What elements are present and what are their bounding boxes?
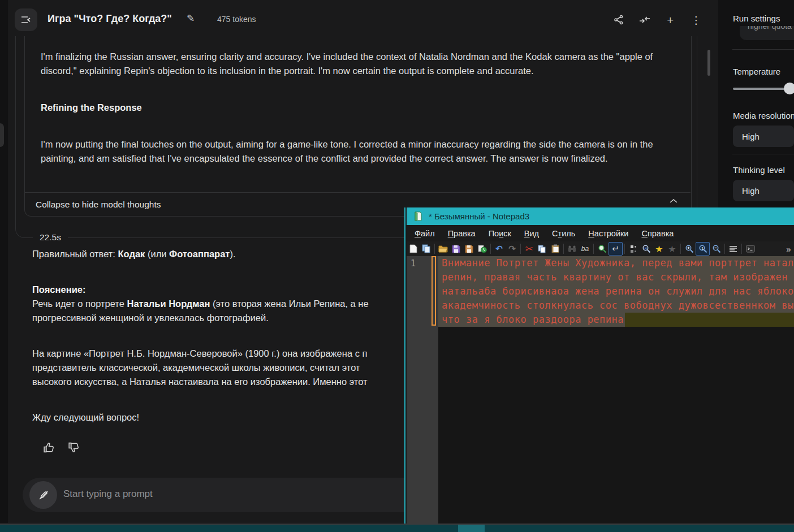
cut-icon[interactable]: ✂ bbox=[523, 243, 536, 255]
taskbar-active-segment[interactable] bbox=[458, 525, 485, 532]
header: Игра "Что? Где? Когда?" ✎ 475 tokens ＋ ⋮ bbox=[0, 0, 794, 40]
editor-line: академчиность столкнулась сос вободнух д… bbox=[438, 299, 794, 313]
modified-line-marker bbox=[431, 256, 436, 326]
chevron-up-icon[interactable] bbox=[669, 198, 678, 205]
thought-paragraph: I'm finalizing the Russian answer, ensur… bbox=[41, 50, 680, 78]
prompt-placeholder: Start typing a prompt bbox=[63, 488, 153, 500]
thoughts-text: I'm finalizing the Russian answer, ensur… bbox=[41, 50, 680, 180]
recent-files-icon[interactable] bbox=[476, 243, 489, 255]
editor-line: что за я блоко раздоора репина bbox=[438, 313, 794, 327]
menu-item[interactable]: Поиск bbox=[489, 229, 511, 238]
share-icon[interactable] bbox=[613, 14, 624, 25]
new-window-icon[interactable] bbox=[420, 243, 433, 255]
thinking-level-dropdown[interactable]: High bbox=[733, 180, 794, 201]
selection-tail bbox=[625, 313, 794, 327]
token-count: 475 tokens bbox=[217, 15, 256, 24]
mark-all-icon[interactable]: ✳ bbox=[640, 243, 653, 255]
add-icon[interactable]: ＋ bbox=[664, 14, 676, 25]
find-in-doc-icon[interactable] bbox=[596, 243, 609, 255]
zoom-out-icon[interactable] bbox=[710, 243, 723, 255]
copy-icon[interactable] bbox=[536, 243, 549, 255]
editor-text[interactable]: Внимание Потртет Жены Художника, перед в… bbox=[438, 256, 794, 327]
temperature-slider-thumb[interactable] bbox=[784, 83, 794, 94]
svg-text:✳: ✳ bbox=[644, 246, 648, 251]
occurrence-marks-icon[interactable] bbox=[627, 243, 640, 255]
console-icon[interactable] bbox=[744, 243, 757, 255]
collapse-panel-button[interactable] bbox=[15, 8, 37, 31]
more-menu-icon[interactable]: ⋮ bbox=[691, 14, 702, 25]
thought-paragraph: I'm now putting the final touches on the… bbox=[41, 137, 680, 166]
thumbs-up-icon[interactable] bbox=[42, 441, 56, 455]
scrollbar-thumb[interactable] bbox=[707, 50, 710, 76]
save-as-icon[interactable] bbox=[463, 243, 476, 255]
collapse-panel-icon bbox=[21, 16, 31, 24]
notepad3-window[interactable]: * Безымянный - Notepad3 ФайлПравкаПоискВ… bbox=[404, 207, 794, 525]
open-folder-icon[interactable] bbox=[437, 243, 450, 255]
model-picker-subtitle: higher quota bbox=[748, 26, 792, 31]
word-wrap-icon[interactable]: ↵ bbox=[609, 242, 623, 256]
compare-icon[interactable] bbox=[639, 14, 650, 25]
svg-text:1: 1 bbox=[701, 246, 704, 251]
media-resolution-dropdown[interactable]: High bbox=[733, 126, 794, 147]
editor-margin: 1 bbox=[407, 256, 438, 525]
paste-icon[interactable] bbox=[549, 243, 562, 255]
find-icon[interactable] bbox=[566, 243, 579, 255]
save-icon[interactable] bbox=[450, 243, 463, 255]
notepad3-menubar[interactable]: ФайлПравкаПоискВидСтильНастройкиСправка bbox=[407, 225, 794, 241]
menu-item[interactable]: Вид bbox=[524, 229, 539, 238]
edit-pencil-icon[interactable]: ✎ bbox=[187, 12, 195, 24]
run-settings-heading: Run settings bbox=[733, 14, 780, 23]
thought-heading: Refining the Response bbox=[41, 101, 680, 115]
notepad3-app-icon bbox=[413, 211, 423, 221]
menu-item[interactable]: Файл bbox=[415, 229, 435, 238]
new-file-icon[interactable] bbox=[407, 243, 420, 255]
doc-lines-icon[interactable] bbox=[727, 243, 740, 255]
menu-item[interactable]: Стиль bbox=[552, 229, 575, 238]
divider bbox=[732, 154, 794, 154]
line-number: 1 bbox=[411, 258, 416, 269]
media-resolution-label: Media resolution bbox=[733, 111, 794, 120]
zoom-reset-icon[interactable]: 1 bbox=[696, 242, 710, 256]
left-panel-handle[interactable] bbox=[0, 123, 4, 147]
favorite-icon[interactable]: ★ bbox=[653, 243, 666, 255]
zoom-in-icon[interactable] bbox=[683, 243, 696, 255]
temperature-label: Temperature bbox=[733, 67, 780, 76]
media-resolution-value: High bbox=[742, 132, 760, 141]
run-settings-panel: Run settings higher quota Temperature Me… bbox=[726, 0, 794, 207]
overflow-chevron-icon[interactable]: » bbox=[782, 243, 794, 255]
thinking-level-value: High bbox=[742, 186, 760, 196]
menu-item[interactable]: Справка bbox=[641, 229, 674, 238]
editor-line: Внимание Потртет Жены Художника, перед в… bbox=[438, 256, 794, 270]
notepad3-titlebar[interactable]: * Безымянный - Notepad3 bbox=[407, 207, 794, 225]
notepad3-toolbar[interactable]: ↶ ↷ ✂ ba ↵ ✳ ★ ★ 1 bbox=[407, 241, 794, 256]
model-picker-clipped[interactable]: higher quota bbox=[740, 26, 794, 40]
menu-item[interactable]: Правка bbox=[448, 229, 476, 238]
thinking-time-badge: 22.5s bbox=[33, 231, 68, 244]
page-title: Игра "Что? Где? Когда?" bbox=[48, 13, 172, 25]
pen-disabled-icon bbox=[37, 489, 50, 501]
editor-line: натальаба борисивнаоа жена репина он слу… bbox=[438, 284, 794, 299]
menu-item[interactable]: Настройки bbox=[588, 229, 628, 238]
collapse-thoughts-label: Collapse to hide model thoughts bbox=[36, 200, 161, 210]
window-title: * Безымянный - Notepad3 bbox=[429, 211, 529, 221]
redo-icon[interactable]: ↷ bbox=[506, 243, 519, 255]
taskbar[interactable] bbox=[0, 525, 794, 532]
notepad3-editor[interactable]: 1 Внимание Потртет Жены Художника, перед… bbox=[407, 256, 794, 525]
favorite-off-icon[interactable]: ★ bbox=[666, 243, 679, 255]
thumbs-down-icon[interactable] bbox=[67, 441, 81, 455]
editor-line: репин, правая часть квартину от вас скры… bbox=[438, 270, 794, 284]
prompt-tools-button[interactable] bbox=[29, 481, 57, 509]
thinking-level-label: Thinking level bbox=[733, 165, 785, 175]
undo-icon[interactable]: ↶ bbox=[493, 243, 506, 255]
divider bbox=[732, 49, 794, 50]
replace-icon[interactable]: ba bbox=[579, 243, 592, 255]
